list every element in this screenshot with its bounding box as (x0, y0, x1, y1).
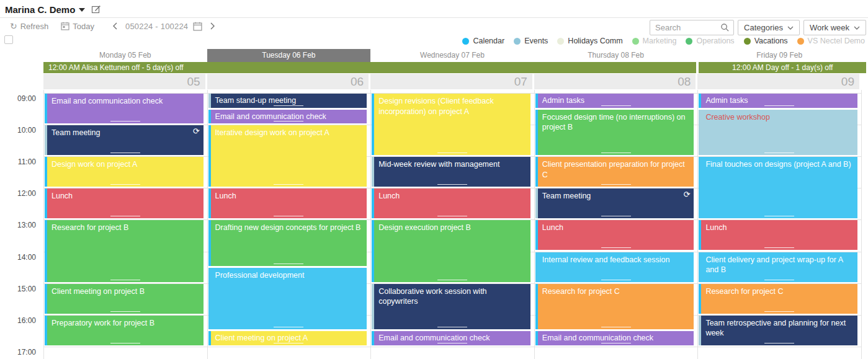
calendar-event[interactable]: Focused design time (no interruptions) o… (535, 110, 694, 156)
previous-week-icon[interactable] (110, 21, 120, 31)
all-day-event[interactable]: 12:00 AM Alisa Kettunen off - 5 day(s) o… (43, 62, 696, 73)
legend-item-events[interactable]: Events (514, 37, 548, 45)
calendar-event[interactable]: Preparatory work for project B (45, 316, 204, 345)
calendar-event[interactable]: Research for project C (535, 284, 694, 330)
day-header-4[interactable]: Thursday 08 Feb (534, 49, 698, 62)
event-resize-handle[interactable] (601, 105, 631, 106)
calendar-event[interactable]: Professional development (208, 268, 367, 329)
event-resize-handle[interactable] (601, 327, 631, 327)
event-resize-handle[interactable] (110, 184, 140, 185)
event-resize-handle[interactable] (437, 343, 467, 343)
event-resize-handle[interactable] (274, 105, 303, 106)
calendar-event[interactable]: Final touches on designs (project A and … (699, 157, 857, 218)
event-resize-handle[interactable] (601, 184, 631, 185)
calendar-event[interactable]: Internal review and feedback session (535, 252, 694, 282)
event-resize-handle[interactable] (764, 247, 794, 248)
column-separator (43, 90, 44, 359)
legend-item-holidays-comm[interactable]: Holidays Comm (557, 37, 622, 45)
legend-item-vs-nectel-demo[interactable]: VS Nectel Demo (797, 37, 865, 45)
refresh-button[interactable]: ↻ Refresh (5, 20, 53, 33)
calendar-event[interactable]: Design revisions (Client feedback incorp… (372, 94, 530, 155)
calendar-event[interactable]: Design execution project B (372, 220, 530, 281)
owner-dropdown-caret-icon[interactable] (79, 8, 85, 12)
calendar-event[interactable]: Email and communication check (45, 94, 204, 123)
calendar-event[interactable]: Lunch (45, 188, 204, 218)
event-resize-handle[interactable] (601, 153, 631, 153)
event-resize-handle[interactable] (601, 247, 631, 248)
event-resize-handle[interactable] (274, 264, 303, 264)
search-icon[interactable] (719, 23, 733, 32)
calendar-event[interactable]: Lunch (535, 220, 694, 250)
event-resize-handle[interactable] (601, 343, 631, 343)
event-resize-handle[interactable] (437, 327, 467, 327)
event-resize-handle[interactable] (764, 216, 794, 216)
calendar-event[interactable]: Client meeting on project A (208, 331, 367, 345)
calendar-event[interactable]: Client presentation preparation for proj… (535, 157, 694, 187)
day-header-5[interactable]: Friday 09 Feb (697, 49, 861, 62)
day-header-1[interactable]: Monday 05 Feb (43, 49, 207, 62)
calendar-event[interactable]: Iterative design work on project A (208, 125, 367, 187)
event-resize-handle[interactable] (601, 216, 631, 216)
event-resize-handle[interactable] (437, 216, 467, 216)
calendar-event[interactable]: Admin tasks (699, 94, 857, 108)
calendar-event[interactable]: Email and communication check (208, 110, 367, 124)
search-input[interactable] (650, 23, 719, 32)
event-resize-handle[interactable] (764, 280, 794, 280)
calendar-event[interactable]: Lunch (699, 220, 857, 250)
calendar-event[interactable]: Mid-week review with management (372, 157, 530, 187)
legend-item-calendar[interactable]: Calendar (462, 37, 504, 45)
legend-item-marketing[interactable]: Marketing (632, 37, 677, 45)
event-resize-handle[interactable] (110, 280, 140, 280)
day-header-2[interactable]: Tuesday 06 Feb (207, 49, 371, 62)
titlebar: Marina C. Demo (5, 2, 101, 17)
day-header-3[interactable]: Wednesday 07 Feb (370, 49, 534, 62)
legend-item-vacations[interactable]: Vacations (744, 37, 788, 45)
event-resize-handle[interactable] (601, 280, 631, 280)
calendar-event[interactable]: Creative workshop (699, 110, 857, 156)
calendar-event[interactable]: Client delivery and project wrap-up for … (699, 252, 857, 282)
calendar-event[interactable]: Research for project C (699, 284, 857, 314)
event-resize-handle[interactable] (110, 121, 140, 122)
event-resize-handle[interactable] (437, 280, 467, 280)
date-picker-icon[interactable] (193, 22, 202, 31)
event-resize-handle[interactable] (437, 184, 467, 185)
today-button[interactable]: Today (56, 20, 99, 33)
event-resize-handle[interactable] (110, 311, 140, 312)
calendar-event[interactable]: Lunch (208, 188, 367, 218)
calendar-event[interactable]: Client meeting on project B (45, 284, 204, 314)
calendar-event[interactable]: Admin tasks (535, 94, 694, 108)
legend-item-operations[interactable]: Operations (686, 37, 734, 45)
event-resize-handle[interactable] (764, 343, 794, 343)
event-resize-handle[interactable] (274, 327, 303, 327)
categories-dropdown[interactable]: Categories (738, 20, 800, 35)
calendar-event[interactable]: Research for project B (45, 220, 204, 281)
calendar-event[interactable]: Team meeting⟳ (535, 188, 694, 218)
event-resize-handle[interactable] (110, 153, 140, 153)
calendar-event[interactable]: Lunch (372, 188, 530, 218)
event-resize-handle[interactable] (764, 105, 794, 106)
event-resize-handle[interactable] (764, 153, 794, 153)
calendar-owner-name[interactable]: Marina C. Demo (5, 4, 75, 15)
calendar-event[interactable]: Email and communication check (372, 331, 530, 345)
event-resize-handle[interactable] (274, 184, 303, 185)
all-day-event[interactable]: 12:00 AM Day off - 1 day(s) off (699, 62, 866, 73)
calendar-event[interactable]: Team meeting⟳ (45, 125, 204, 155)
event-resize-handle[interactable] (274, 216, 303, 216)
calendar-event[interactable]: Collaborative work session with copywrit… (372, 284, 530, 330)
event-resize-handle[interactable] (110, 216, 140, 216)
calendar-event[interactable]: Email and communication check (535, 331, 694, 345)
event-resize-handle[interactable] (274, 121, 303, 122)
calendar-event[interactable]: Drafting new design concepts for project… (208, 220, 367, 266)
edit-calendar-icon[interactable] (91, 4, 101, 14)
calendar-event[interactable]: Team stand-up meeting (208, 94, 367, 108)
event-resize-handle[interactable] (110, 343, 140, 343)
next-week-icon[interactable] (207, 21, 217, 31)
select-all-checkbox[interactable] (4, 35, 13, 44)
date-range-label[interactable]: 050224 - 100224 (125, 22, 188, 31)
calendar-event[interactable]: Team retrospective and planning for next… (699, 316, 857, 345)
event-resize-handle[interactable] (764, 311, 794, 312)
view-dropdown[interactable]: Work week (803, 20, 866, 35)
calendar-event[interactable]: Design work on project A (45, 157, 204, 187)
event-resize-handle[interactable] (437, 153, 467, 153)
event-resize-handle[interactable] (274, 343, 303, 343)
